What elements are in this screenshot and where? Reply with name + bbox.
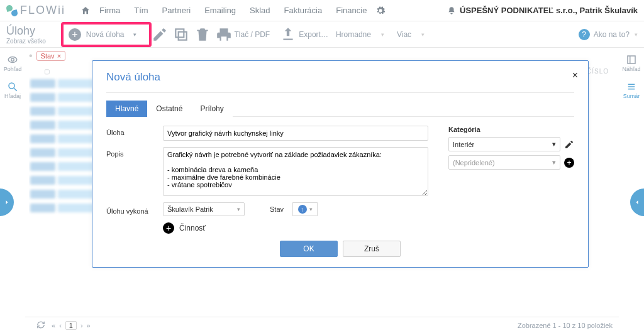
pager-prev[interactable]: ‹ bbox=[59, 322, 62, 329]
tab-prilohy[interactable]: Prílohy bbox=[191, 101, 232, 117]
refresh-icon[interactable] bbox=[36, 320, 45, 330]
more-dropdown[interactable]: Viac ▾ bbox=[397, 30, 425, 39]
page-title: Úlohy bbox=[6, 25, 46, 38]
nav-sklad[interactable]: Sklad bbox=[245, 6, 275, 15]
dropdown-kategoria-2[interactable]: (Nepridelené) ▾ bbox=[448, 155, 560, 170]
rail-summary[interactable]: Sumár bbox=[623, 81, 640, 99]
bulk-dropdown[interactable]: Hromadne ▾ bbox=[336, 30, 384, 39]
new-task-button[interactable]: + Nová úloha ▾ bbox=[64, 25, 149, 44]
new-task-modal: Nová úloha × Hlavné Ostatné Prílohy Úloh… bbox=[92, 60, 589, 268]
export-label: Export… bbox=[299, 30, 328, 39]
pager-current[interactable]: 1 bbox=[65, 321, 77, 330]
export-button[interactable]: Export… bbox=[277, 26, 336, 43]
tab-ostatne[interactable]: Ostatné bbox=[147, 101, 191, 117]
copy-icon[interactable] bbox=[173, 26, 189, 43]
nav-firma[interactable]: Firma bbox=[94, 6, 125, 15]
edit-category-icon[interactable] bbox=[564, 139, 574, 150]
add-activity-label: Činnosť bbox=[179, 224, 206, 232]
filter-dot-icon: • bbox=[29, 50, 33, 62]
dropdown-kategoria-1[interactable]: Interiér ▾ bbox=[448, 137, 560, 151]
rail-preview-label: Náhľad bbox=[622, 66, 640, 72]
dropdown-stav[interactable]: ↑ ▾ bbox=[292, 202, 318, 216]
label-uloha: Úloha bbox=[106, 126, 163, 136]
svg-point-3 bbox=[11, 58, 14, 62]
more-label: Viac bbox=[397, 30, 411, 39]
svg-rect-1 bbox=[175, 29, 184, 37]
add-activity-button[interactable]: + Činnosť bbox=[163, 222, 428, 234]
brand-mark-icon bbox=[6, 5, 18, 16]
nav-tim[interactable]: Tím bbox=[129, 6, 153, 15]
modal-close-button[interactable]: × bbox=[572, 70, 578, 81]
pager-first[interactable]: « bbox=[52, 322, 55, 329]
label-stav: Stav bbox=[270, 205, 284, 213]
svg-rect-0 bbox=[178, 31, 186, 40]
rail-preview[interactable]: Náhľad bbox=[622, 54, 640, 72]
chevron-down-icon: ▾ bbox=[381, 31, 384, 38]
chevron-down-icon: ▾ bbox=[552, 158, 556, 166]
printer-icon bbox=[216, 26, 232, 43]
chevron-down-icon[interactable]: ▾ bbox=[635, 31, 638, 38]
nav-emailing[interactable]: Emailing bbox=[199, 6, 241, 15]
close-icon[interactable]: × bbox=[57, 52, 61, 60]
bulk-label: Hromadne bbox=[336, 30, 371, 39]
brand-logo[interactable]: FLOWii bbox=[6, 4, 65, 17]
chevron-down-icon: ▾ bbox=[552, 140, 556, 148]
ok-button[interactable]: OK bbox=[280, 241, 338, 257]
tab-hlavne[interactable]: Hlavné bbox=[106, 101, 147, 117]
nav-financie[interactable]: Financie bbox=[331, 6, 372, 15]
print-label: Tlač / PDF bbox=[235, 30, 270, 39]
company-user-label[interactable]: ÚSPEŠNÝ PODNIKATEĽ s.r.o., Patrik Škulav… bbox=[460, 6, 638, 15]
plus-circle-icon: + bbox=[69, 28, 81, 41]
status-dot-icon: ↑ bbox=[298, 205, 307, 214]
svg-point-2 bbox=[8, 57, 17, 63]
dropdown-assignee[interactable]: Škulavík Patrik ▾ bbox=[163, 202, 245, 216]
edit-icon[interactable] bbox=[152, 26, 168, 43]
pager-next[interactable]: › bbox=[80, 322, 83, 329]
svg-line-5 bbox=[14, 88, 17, 91]
gear-icon[interactable] bbox=[375, 6, 386, 16]
filter-tag-label: Stav bbox=[41, 52, 55, 60]
rail-search-label: Hľadaj bbox=[4, 93, 21, 99]
new-task-label: Nová úloha bbox=[86, 30, 125, 39]
bell-icon[interactable] bbox=[447, 6, 456, 15]
nav-fakturacia[interactable]: Fakturácia bbox=[279, 6, 328, 15]
add-category-icon[interactable]: + bbox=[564, 158, 574, 168]
label-assignee: Úlohu vykoná bbox=[106, 204, 163, 215]
help-icon[interactable]: ? bbox=[579, 29, 590, 40]
label-popis: Popis bbox=[106, 147, 163, 158]
home-icon[interactable] bbox=[80, 6, 91, 16]
rail-view[interactable]: Pohľad bbox=[4, 54, 22, 72]
grid-check-placeholder: ▢ bbox=[44, 68, 50, 75]
svg-point-4 bbox=[9, 83, 14, 89]
cancel-button[interactable]: Zruš bbox=[343, 241, 401, 257]
export-icon bbox=[280, 26, 296, 43]
plus-circle-icon: + bbox=[163, 222, 174, 234]
chevron-down-icon: ▾ bbox=[237, 206, 240, 212]
dropdown-kategoria-1-value: Interiér bbox=[453, 141, 474, 148]
pager-last[interactable]: » bbox=[87, 322, 91, 329]
print-button[interactable]: Tlač / PDF bbox=[213, 26, 278, 43]
chevron-down-icon: ▾ bbox=[309, 206, 313, 212]
dropdown-assignee-value: Škulavík Patrik bbox=[167, 205, 213, 213]
rail-view-label: Pohľad bbox=[4, 66, 22, 72]
chevron-down-icon: ▾ bbox=[133, 31, 136, 38]
trash-icon[interactable] bbox=[194, 26, 211, 43]
modal-title: Nová úloha bbox=[106, 71, 574, 84]
input-popis[interactable] bbox=[163, 147, 428, 196]
footer-counter: Zobrazené 1 - 10 z 10 položiek bbox=[518, 322, 613, 329]
filter-tag-stav[interactable]: Stav × bbox=[36, 51, 65, 61]
grid-col-number: ČÍSLO bbox=[587, 68, 609, 75]
svg-rect-6 bbox=[628, 56, 635, 63]
help-label[interactable]: Ako na to? bbox=[594, 30, 630, 39]
rail-summary-label: Sumár bbox=[623, 93, 640, 99]
page-subtitle[interactable]: Zobraz všetko bbox=[6, 38, 46, 45]
chevron-down-icon: ▾ bbox=[421, 31, 425, 38]
input-uloha[interactable] bbox=[163, 126, 428, 141]
dropdown-kategoria-2-value: (Nepridelené) bbox=[453, 159, 495, 166]
brand-text: FLOWii bbox=[20, 4, 65, 17]
rail-search[interactable]: Hľadaj bbox=[4, 81, 21, 99]
nav-partneri[interactable]: Partneri bbox=[157, 6, 196, 15]
label-kategoria: Kategória bbox=[448, 126, 574, 133]
